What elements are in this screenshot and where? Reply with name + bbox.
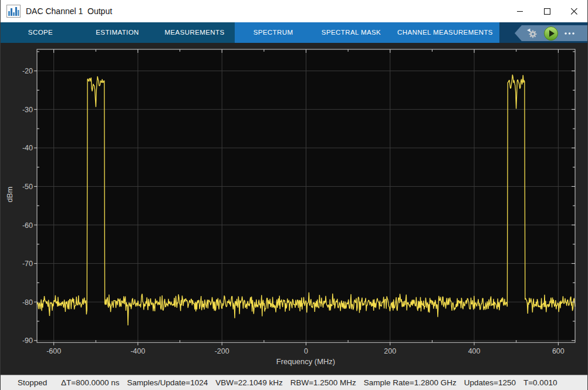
svg-text:-600: -600 (46, 347, 61, 355)
svg-text:600: 600 (552, 347, 565, 355)
svg-text:-60: -60 (22, 221, 33, 230)
status-item-sample-rate: Sample Rate=1.2800 GHz (364, 378, 457, 387)
tab-spectral-mask[interactable]: SPECTRAL MASK (312, 22, 391, 43)
svg-text:-400: -400 (130, 347, 145, 355)
svg-text:200: 200 (384, 347, 396, 355)
tab-scope[interactable]: SCOPE (1, 22, 80, 43)
titlebar: DAC Channel 1 Output (1, 0, 587, 22)
svg-text:-40: -40 (22, 144, 33, 152)
svg-text:-90: -90 (22, 337, 33, 345)
svg-text:-70: -70 (22, 260, 33, 268)
spectrum-plot: -600-400-2000200400600 -20-30-40-50-60-7… (1, 43, 588, 375)
y-tick-labels: -20-30-40-50-60-70-80-90 (22, 67, 33, 345)
svg-text:400: 400 (468, 347, 481, 355)
x-axis-label: Frequency (MHz) (276, 357, 335, 366)
svg-text:0: 0 (304, 347, 308, 355)
status-item-delta-t: ΔT=800.0000 ns (61, 378, 119, 387)
close-button[interactable] (560, 0, 587, 22)
svg-text:-20: -20 (22, 67, 33, 75)
svg-text:-80: -80 (22, 298, 33, 307)
svg-text:-200: -200 (215, 347, 229, 355)
status-item-updates: Updates=1250 (464, 378, 516, 387)
status-item-vbw: VBW=22.1049 kHz (215, 378, 282, 387)
maximize-icon (544, 8, 550, 15)
minimize-button[interactable] (506, 0, 533, 22)
tab-spectrum[interactable]: SPECTRUM (235, 22, 312, 43)
spectrum-bars-icon (6, 5, 21, 18)
minimize-icon (517, 8, 523, 15)
statusbar: Stopped ΔT=800.0000 ns Samples/Update=10… (1, 375, 587, 390)
close-icon (571, 8, 577, 15)
toolstrip-tabbar: SCOPE ESTIMATION MEASUREMENTS SPECTRUM S… (1, 22, 587, 43)
run-play-button[interactable] (543, 26, 559, 41)
x-tick-labels: -600-400-2000200400600 (46, 347, 565, 355)
window-controls (506, 0, 587, 22)
settings-gear-icon[interactable] (526, 28, 538, 39)
tab-channel-measurements[interactable]: CHANNEL MEASUREMENTS (391, 22, 499, 43)
tab-estimation[interactable]: ESTIMATION (80, 22, 154, 43)
quick-access-toolbar (515, 25, 587, 41)
tab-measurements[interactable]: MEASUREMENTS (154, 22, 235, 43)
svg-text:-50: -50 (22, 183, 33, 191)
maximize-button[interactable] (533, 0, 560, 22)
window-title: DAC Channel 1 Output (26, 6, 112, 16)
status-item-time: T=0.0010 (523, 378, 557, 387)
status-item-rbw: RBW=1.2500 MHz (290, 378, 356, 387)
status-item-samples: Samples/Update=1024 (127, 378, 208, 387)
svg-text:-30: -30 (22, 106, 33, 114)
status-state: Stopped (18, 378, 61, 387)
more-options-ellipsis[interactable] (564, 31, 576, 36)
plot-area[interactable]: -600-400-2000200400600 -20-30-40-50-60-7… (1, 43, 587, 375)
spectrum-analyzer-window: DAC Channel 1 Output SCOP (0, 0, 588, 390)
y-axis-label: dBm (5, 187, 14, 203)
